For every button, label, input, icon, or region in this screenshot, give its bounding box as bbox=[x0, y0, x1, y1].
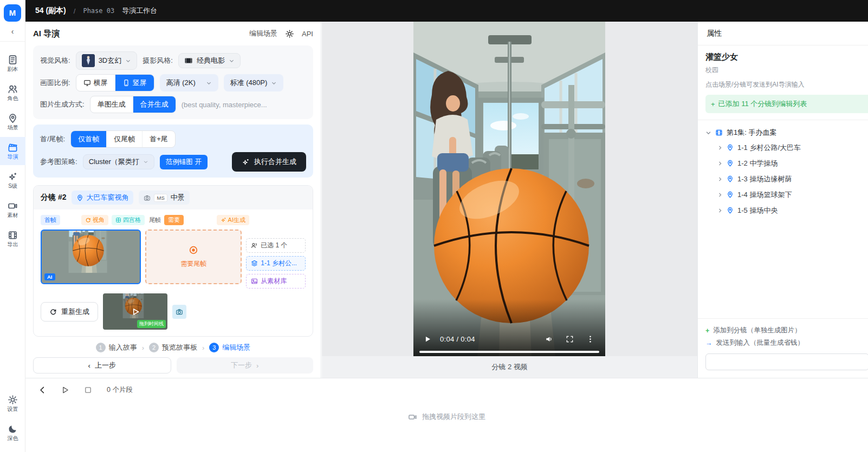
shot-body: 首帧 视角 四宫格 尾帧 需要 bbox=[34, 209, 313, 336]
clapperboard-icon bbox=[8, 142, 18, 153]
timeline-dropzone[interactable]: 拖拽视频片段到这里 bbox=[25, 412, 868, 422]
visual-style-label: 视觉风格: bbox=[40, 56, 70, 65]
grid-tag[interactable]: 四宫格 bbox=[112, 215, 145, 225]
scene-node[interactable]: 1-4 操场篮球架下 bbox=[705, 187, 868, 202]
shot-footer: 重新生成 拖到时间线 bbox=[41, 293, 306, 330]
camera-style-dropdown[interactable]: 经典电影 bbox=[178, 53, 241, 68]
merge-gen-option[interactable]: 合并生成 bbox=[133, 96, 176, 113]
resolution-hd-dropdown[interactable]: 高清 (2K) bbox=[160, 74, 218, 91]
drag-to-timeline-badge: 拖到时间线 bbox=[137, 320, 166, 328]
snapshot-button[interactable] bbox=[172, 305, 186, 319]
stop-icon[interactable] bbox=[84, 386, 92, 394]
from-library-button[interactable]: 从素材库 bbox=[246, 274, 306, 289]
next-step-button[interactable]: 下一步› bbox=[177, 357, 314, 374]
first-last-option[interactable]: 首+尾 bbox=[142, 131, 175, 147]
play-icon[interactable] bbox=[61, 386, 69, 394]
ref-strategy-dropdown[interactable]: Cluster（聚类打 bbox=[83, 154, 154, 169]
scene-node[interactable]: 1-1 乡村公路/大巴车 bbox=[705, 140, 868, 155]
prompt-hint: (best quality, masterpiece... bbox=[182, 101, 267, 109]
execute-merge-button[interactable]: 执行合并生成 bbox=[232, 152, 306, 172]
project-name: 灌篮少女 bbox=[705, 52, 868, 62]
sidebar-item-director[interactable]: 导演 bbox=[0, 137, 25, 165]
ai-generate-tag[interactable]: AI生成 bbox=[217, 215, 249, 225]
visual-style-thumbnail bbox=[82, 54, 95, 67]
shot-type-badge[interactable]: MS 中景 bbox=[139, 191, 189, 205]
video-player[interactable]: 0:04 / 0:04 bbox=[413, 22, 605, 356]
collapse-sidebar-button[interactable]: ‹ bbox=[0, 25, 25, 42]
landscape-option[interactable]: 横屏 bbox=[76, 75, 115, 91]
resolution-sd-dropdown[interactable]: 标准 (480P) bbox=[224, 74, 284, 91]
need-tag: 需要 bbox=[164, 215, 184, 225]
sidebar-item-export[interactable]: 导出 bbox=[0, 225, 25, 253]
play-button[interactable] bbox=[424, 336, 431, 343]
timeline-toolbar: 0 个片段 bbox=[25, 378, 868, 395]
document-icon bbox=[8, 55, 18, 65]
plus-icon: + bbox=[705, 327, 709, 335]
selected-count-button[interactable]: 已选 1 个 bbox=[246, 238, 306, 253]
ref-strategy-value: Cluster（聚类打 bbox=[89, 157, 139, 167]
scene-node[interactable]: 1-5 操场中央 bbox=[705, 202, 868, 218]
scene-node[interactable]: 1-2 中学操场 bbox=[705, 155, 868, 171]
settings-gear-icon[interactable] bbox=[285, 29, 294, 38]
camera-icon bbox=[176, 308, 183, 316]
fullscreen-icon[interactable] bbox=[566, 335, 574, 343]
moon-icon bbox=[8, 424, 18, 434]
shot-title: 分镜 #2 bbox=[41, 193, 66, 202]
properties-title: 属性 bbox=[698, 22, 868, 45]
visual-style-dropdown[interactable]: 3D玄幻 bbox=[76, 51, 138, 70]
step-arrow: › bbox=[142, 344, 144, 352]
map-pin-icon bbox=[727, 191, 734, 198]
regenerate-button[interactable]: 重新生成 bbox=[41, 302, 98, 322]
properties-hint: 点击场景/分镜可发送到AI导演输入 bbox=[705, 80, 868, 89]
sidebar-item-characters[interactable]: 角色 bbox=[0, 78, 25, 107]
angle-tag[interactable]: 视角 bbox=[81, 215, 108, 225]
grid-icon bbox=[115, 217, 121, 223]
chevron-down-icon bbox=[229, 58, 235, 64]
edit-scene-link[interactable]: 编辑场景 bbox=[249, 29, 277, 38]
scene-node[interactable]: 1-3 操场边缘树荫 bbox=[705, 171, 868, 187]
plus-icon: + bbox=[711, 100, 715, 108]
sparkle-icon bbox=[221, 217, 226, 223]
single-gen-option[interactable]: 单图生成 bbox=[90, 96, 133, 113]
kebab-menu-icon[interactable] bbox=[586, 335, 594, 343]
step-preview-storyboard[interactable]: 2 预览故事板 bbox=[149, 343, 197, 352]
gear-icon bbox=[8, 395, 18, 405]
added-shots-banner: + 已添加 11 个分镜到编辑列表 bbox=[705, 95, 868, 113]
sidebar-item-scenes[interactable]: 场景 bbox=[0, 108, 25, 136]
step-edit-scene[interactable]: 3 编辑场景 bbox=[209, 343, 250, 352]
episode-node[interactable]: 第1集: 手办血案 bbox=[705, 126, 868, 140]
video-thumbnail[interactable]: 拖到时间线 bbox=[103, 293, 167, 330]
scene-ref-button[interactable]: 1-1 乡村公... bbox=[246, 256, 306, 271]
first-frame-thumbnail[interactable]: AI bbox=[41, 230, 141, 284]
anchor-toggle-button[interactable]: 范例锚图 开 bbox=[160, 155, 208, 169]
sidebar-item-script[interactable]: 剧本 bbox=[0, 49, 25, 77]
video-progress-bar[interactable] bbox=[419, 351, 599, 353]
sidebar-item-darkmode[interactable]: 深色 bbox=[0, 421, 25, 444]
aspect-ratio-label: 画面比例: bbox=[40, 78, 70, 88]
properties-input[interactable] bbox=[705, 353, 868, 370]
last-frame-only-option[interactable]: 仅尾帧 bbox=[106, 131, 142, 147]
sidebar-item-assets[interactable]: 素材 bbox=[0, 195, 25, 224]
sparkle-icon bbox=[8, 172, 18, 182]
app-logo[interactable]: M bbox=[4, 4, 21, 22]
sidebar-item-settings[interactable]: 设置 bbox=[0, 391, 25, 415]
shot-location-badge[interactable]: 大巴车窗视角 bbox=[72, 191, 133, 205]
step-input-story[interactable]: 1 输入故事 bbox=[96, 343, 137, 352]
visual-style-value: 3D玄幻 bbox=[99, 56, 122, 65]
api-link[interactable]: API bbox=[302, 30, 313, 38]
send-to-input-action[interactable]: → 发送到输入（批量生成省钱） bbox=[705, 337, 868, 349]
last-frame-placeholder[interactable]: 需要尾帧 bbox=[145, 230, 242, 284]
sidebar-item-s-grade[interactable]: S级 bbox=[0, 166, 25, 194]
camera-style-label: 摄影风格: bbox=[142, 56, 173, 65]
chevron-right-icon bbox=[717, 176, 723, 182]
camera-icon bbox=[144, 194, 151, 201]
ref-strategy-label: 参考图策略: bbox=[40, 157, 77, 167]
first-frame-only-option[interactable]: 仅首帧 bbox=[71, 131, 106, 147]
volume-icon[interactable] bbox=[545, 335, 553, 343]
add-to-shot-action[interactable]: + 添加到分镜（单独生成图片） bbox=[705, 324, 868, 337]
portrait-option[interactable]: 竖屏 bbox=[115, 75, 154, 91]
prev-step-button[interactable]: ‹上一步 bbox=[33, 357, 171, 374]
chevron-left-icon[interactable] bbox=[38, 386, 47, 394]
video-camera-icon bbox=[408, 412, 417, 422]
aspect-ratio-segment: 横屏 竖屏 bbox=[76, 74, 154, 91]
